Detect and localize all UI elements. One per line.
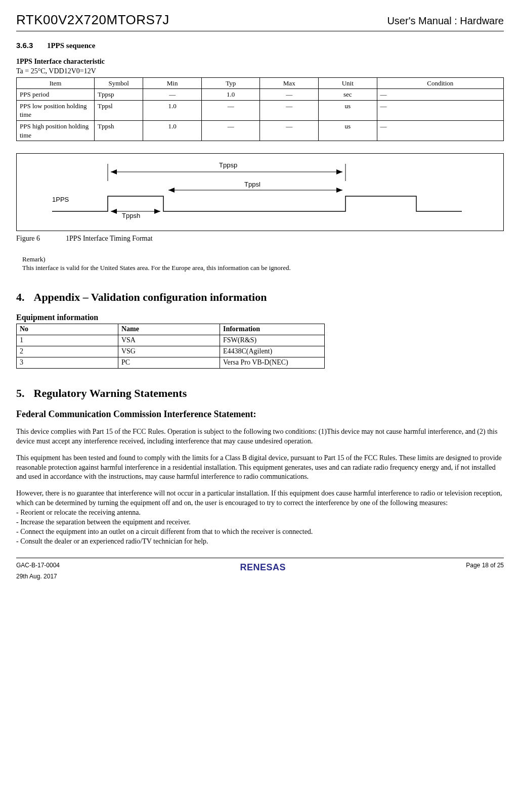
cell-symbol: Tppsh	[95, 120, 143, 141]
cell-item: PPS low position holding time	[17, 100, 95, 120]
svg-marker-3	[111, 169, 117, 174]
cell-cond: —	[377, 89, 503, 101]
cell-unit: sec	[319, 89, 377, 101]
doc-title: User's Manual : Hardware	[387, 14, 504, 28]
pps-conditions: Ta = 25°C, VDD12V0=12V	[16, 67, 504, 76]
fcc-paragraph-2: This equipment has been tested and found…	[16, 454, 504, 482]
svg-marker-6	[168, 188, 175, 193]
timing-diagram: 1PPS Tppsp Tppsl Tppsh	[22, 161, 498, 221]
table-row: PPS low position holding time Tppsl 1.0 …	[17, 100, 504, 120]
th-condition: Condition	[377, 77, 503, 89]
fcc-heading: Federal Communication Commission Interfe…	[16, 408, 504, 420]
cell-unit: us	[319, 100, 377, 120]
section-4-heading: 4.Appendix – Validation configuration in…	[16, 290, 504, 305]
section-number: 4.	[16, 291, 25, 303]
page-number: Page 18 of 25	[466, 562, 504, 569]
remark-label: Remark)	[22, 255, 504, 264]
cell-no: 1	[17, 335, 118, 346]
cell-max: —	[260, 100, 319, 120]
timing-svg	[22, 161, 497, 221]
th-unit: Unit	[319, 77, 377, 89]
section-5-heading: 5.Regulatory Warning Statements	[16, 386, 504, 401]
cell-unit: us	[319, 120, 377, 141]
table-row: PPS period Tppsp — 1.0 — sec —	[17, 89, 504, 101]
cell-max: —	[260, 89, 319, 101]
cell-item: PPS high position holding time	[17, 120, 95, 141]
footer-right: Page 18 of 25	[466, 561, 504, 569]
footer-date: 29th Aug. 2017	[16, 572, 60, 580]
page-header: RTK00V2X720MTORS7J User's Manual : Hardw…	[16, 11, 504, 31]
tppsh-label: Tppsh	[122, 211, 140, 220]
th-min: Min	[143, 77, 202, 89]
section-title: Regulatory Warning Statements	[34, 387, 187, 399]
figure-text: 1PPS Interface Timing Format	[66, 235, 153, 242]
cell-cond: —	[377, 100, 503, 120]
cell-cond: —	[377, 120, 503, 141]
table-row: 3 PC Versa Pro VB-D(NEC)	[17, 357, 325, 368]
svg-marker-9	[111, 209, 117, 214]
remark-text: This interface is valid for the United S…	[22, 263, 504, 273]
figure-caption: Figure 6 1PPS Interface Timing Format	[16, 234, 504, 244]
th-info: Information	[220, 324, 324, 335]
pps-characteristic-title: 1PPS Interface characteristic	[16, 57, 504, 67]
table-header-row: Item Symbol Min Typ Max Unit Condition	[17, 77, 504, 89]
product-code: RTK00V2X720MTORS7J	[16, 11, 169, 29]
th-typ: Typ	[201, 77, 260, 89]
figure-number: Figure 6	[16, 235, 40, 242]
table-header-row: No Name Information	[17, 324, 325, 335]
measure-2: - Increase the separation between the eq…	[16, 518, 504, 527]
cell-symbol: Tppsp	[95, 89, 143, 101]
cell-typ: 1.0	[201, 89, 260, 101]
footer-docnum: GAC-B-17-0004	[16, 561, 60, 569]
cell-min: 1.0	[143, 120, 202, 141]
page-footer: GAC-B-17-0004 29th Aug. 2017 RENESAS Pag…	[16, 558, 504, 580]
fcc-paragraph-1: This device complies with Part 15 of the…	[16, 427, 504, 446]
timing-diagram-box: 1PPS Tppsp Tppsl Tppsh	[16, 153, 504, 231]
cell-typ: —	[201, 120, 260, 141]
cell-symbol: Tppsl	[95, 100, 143, 120]
fcc-paragraph-3: However, there is no guarantee that inte…	[16, 489, 504, 508]
svg-marker-10	[154, 209, 160, 214]
remark-block: Remark) This interface is valid for the …	[22, 255, 504, 273]
section-363-heading: 3.6.3 1PPS sequence	[16, 40, 504, 51]
cell-info: FSW(R&S)	[220, 335, 324, 346]
section-number: 5.	[16, 387, 25, 399]
equipment-title: Equipment information	[16, 312, 504, 323]
th-no: No	[17, 324, 118, 335]
cell-info: Versa Pro VB-D(NEC)	[220, 357, 324, 368]
cell-no: 2	[17, 346, 118, 357]
tppsl-label: Tppsl	[244, 180, 261, 189]
cell-name: PC	[118, 357, 220, 368]
measure-4: - Consult the dealer or an experienced r…	[16, 537, 504, 547]
table-row: PPS high position holding time Tppsh 1.0…	[17, 120, 504, 141]
section-title: Appendix – Validation configuration info…	[34, 291, 267, 303]
footer-center: RENESAS	[60, 561, 466, 573]
signal-label: 1PPS	[52, 195, 69, 204]
cell-item: PPS period	[17, 89, 95, 101]
tppsp-label: Tppsp	[219, 161, 237, 170]
cell-max: —	[260, 120, 319, 141]
cell-no: 3	[17, 357, 118, 368]
cell-min: —	[143, 89, 202, 101]
section-number: 3.6.3	[16, 41, 33, 50]
cell-typ: —	[201, 100, 260, 120]
svg-marker-7	[336, 188, 342, 193]
th-symbol: Symbol	[95, 77, 143, 89]
cell-name: VSG	[118, 346, 220, 357]
table-row: 1 VSA FSW(R&S)	[17, 335, 325, 346]
th-max: Max	[260, 77, 319, 89]
cell-info: E4438C(Agilent)	[220, 346, 324, 357]
footer-left: GAC-B-17-0004 29th Aug. 2017	[16, 561, 60, 580]
cell-name: VSA	[118, 335, 220, 346]
svg-marker-4	[336, 169, 342, 174]
th-name: Name	[118, 324, 220, 335]
th-item: Item	[17, 77, 95, 89]
pps-characteristics-table: Item Symbol Min Typ Max Unit Condition P…	[16, 77, 504, 141]
measure-3: - Connect the equipment into an outlet o…	[16, 527, 504, 537]
table-row: 2 VSG E4438C(Agilent)	[17, 346, 325, 357]
renesas-logo: RENESAS	[240, 562, 286, 572]
measure-1: - Reorient or relocate the receiving ant…	[16, 508, 504, 518]
section-title: 1PPS sequence	[47, 41, 95, 50]
cell-min: 1.0	[143, 100, 202, 120]
equipment-table: No Name Information 1 VSA FSW(R&S) 2 VSG…	[16, 324, 325, 369]
